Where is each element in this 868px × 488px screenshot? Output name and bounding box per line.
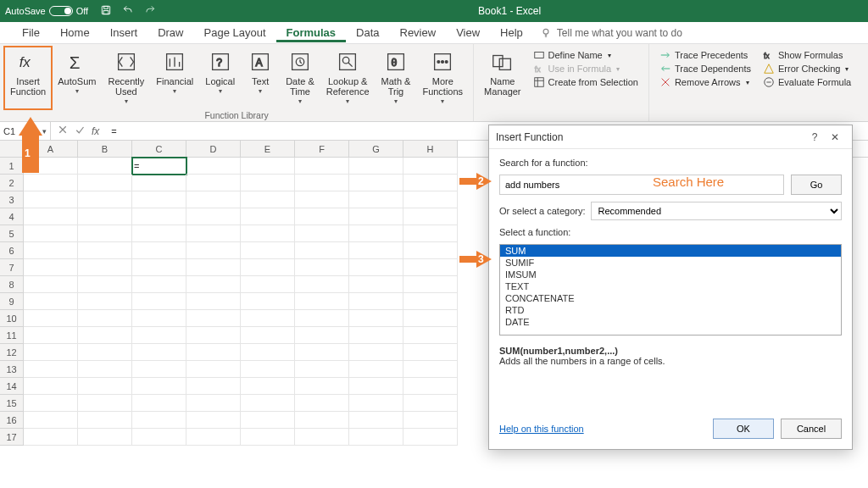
cell[interactable] [349, 378, 403, 395]
cell[interactable] [132, 276, 186, 293]
cell[interactable] [186, 293, 241, 310]
cell[interactable] [403, 344, 458, 361]
cell[interactable] [241, 259, 295, 276]
cell[interactable] [132, 175, 186, 191]
cell[interactable] [403, 293, 458, 310]
cell[interactable] [295, 259, 349, 276]
tab-insert[interactable]: Insert [100, 23, 148, 42]
cell[interactable] [403, 259, 458, 276]
cell[interactable] [241, 344, 295, 361]
autosum-button[interactable]: Σ AutoSum [53, 47, 101, 108]
create-from-selection-button[interactable]: Create from Selection [533, 76, 638, 88]
cell[interactable] [349, 175, 403, 191]
autosave-toggle[interactable]: AutoSave Off [5, 6, 88, 16]
evaluate-formula-button[interactable]: Evaluate Formula [763, 76, 851, 88]
cell[interactable] [186, 276, 241, 293]
row-header[interactable]: 10 [0, 310, 24, 327]
cell[interactable] [132, 412, 186, 429]
row-header[interactable]: 17 [0, 429, 24, 446]
cell[interactable] [241, 293, 295, 310]
cell[interactable] [186, 208, 241, 225]
fx-icon[interactable]: fx [92, 125, 99, 137]
ok-button[interactable]: OK [713, 419, 774, 439]
cell[interactable] [186, 395, 241, 412]
cell[interactable] [78, 259, 132, 276]
cell[interactable] [132, 293, 186, 310]
function-list[interactable]: SUMSUMIFIMSUMTEXTCONCATENATERTDDATE [499, 244, 842, 336]
cell[interactable] [403, 378, 458, 395]
cell[interactable] [24, 175, 78, 191]
define-name-button[interactable]: Define Name▾ [533, 49, 638, 61]
tab-data[interactable]: Data [346, 23, 389, 42]
cell[interactable] [24, 378, 78, 395]
toggle-icon[interactable] [49, 6, 73, 16]
cell[interactable] [349, 208, 403, 225]
cell[interactable] [78, 395, 132, 412]
redo-icon[interactable] [144, 4, 156, 19]
tab-view[interactable]: View [446, 23, 490, 42]
cell[interactable] [78, 225, 132, 242]
cell[interactable] [241, 208, 295, 225]
cell[interactable] [186, 378, 241, 395]
cell[interactable] [349, 276, 403, 293]
cell[interactable] [78, 361, 132, 378]
cell[interactable] [24, 310, 78, 327]
cell[interactable] [78, 158, 132, 175]
cell[interactable] [295, 395, 349, 412]
cell[interactable] [295, 191, 349, 208]
cell[interactable] [78, 293, 132, 310]
recently-used-button[interactable]: Recently Used [103, 47, 149, 108]
cell[interactable] [78, 191, 132, 208]
cell[interactable] [132, 361, 186, 378]
cell[interactable] [295, 208, 349, 225]
cell[interactable]: = [132, 158, 186, 175]
cell[interactable] [403, 276, 458, 293]
show-formulas-button[interactable]: fxShow Formulas [763, 49, 851, 61]
datetime-button[interactable]: Date & Time [281, 47, 320, 108]
row-header[interactable]: 2 [0, 175, 24, 191]
cell[interactable] [24, 276, 78, 293]
error-checking-button[interactable]: Error Checking▾ [763, 63, 851, 75]
trace-precedents-button[interactable]: Trace Precedents [659, 49, 751, 61]
chevron-down-icon[interactable]: ▾ [42, 127, 47, 136]
cell[interactable] [349, 293, 403, 310]
cell[interactable] [24, 412, 78, 429]
cell[interactable] [403, 361, 458, 378]
cell[interactable] [186, 429, 241, 446]
cell[interactable] [132, 259, 186, 276]
cell[interactable] [403, 158, 458, 175]
cell[interactable] [24, 242, 78, 259]
row-header[interactable]: 14 [0, 378, 24, 395]
cell[interactable] [241, 276, 295, 293]
cell[interactable] [403, 395, 458, 412]
logical-button[interactable]: ? Logical [200, 47, 240, 108]
cell[interactable] [132, 395, 186, 412]
cell[interactable] [241, 395, 295, 412]
dialog-help-button[interactable]: ? [804, 131, 825, 143]
cell[interactable] [403, 242, 458, 259]
function-item[interactable]: TEXT [500, 280, 841, 292]
cell[interactable] [349, 242, 403, 259]
row-header[interactable]: 12 [0, 344, 24, 361]
cell[interactable] [24, 361, 78, 378]
cell[interactable] [349, 310, 403, 327]
cell[interactable] [295, 378, 349, 395]
cell[interactable] [24, 293, 78, 310]
use-in-formula-button[interactable]: fxUse in Formula▾ [533, 63, 638, 75]
cell[interactable] [241, 310, 295, 327]
row-header[interactable]: 6 [0, 242, 24, 259]
remove-arrows-button[interactable]: Remove Arrows▾ [659, 76, 751, 88]
row-header[interactable]: 16 [0, 412, 24, 429]
cell[interactable] [241, 378, 295, 395]
cell[interactable] [403, 327, 458, 344]
row-header[interactable]: 9 [0, 293, 24, 310]
cell[interactable] [78, 429, 132, 446]
cell[interactable] [186, 361, 241, 378]
cell[interactable] [186, 412, 241, 429]
category-select[interactable]: Recommended [591, 202, 843, 220]
go-button[interactable]: Go [791, 175, 842, 195]
cell[interactable] [24, 327, 78, 344]
function-item[interactable]: RTD [500, 304, 841, 316]
cell[interactable] [24, 429, 78, 446]
cell[interactable] [241, 225, 295, 242]
